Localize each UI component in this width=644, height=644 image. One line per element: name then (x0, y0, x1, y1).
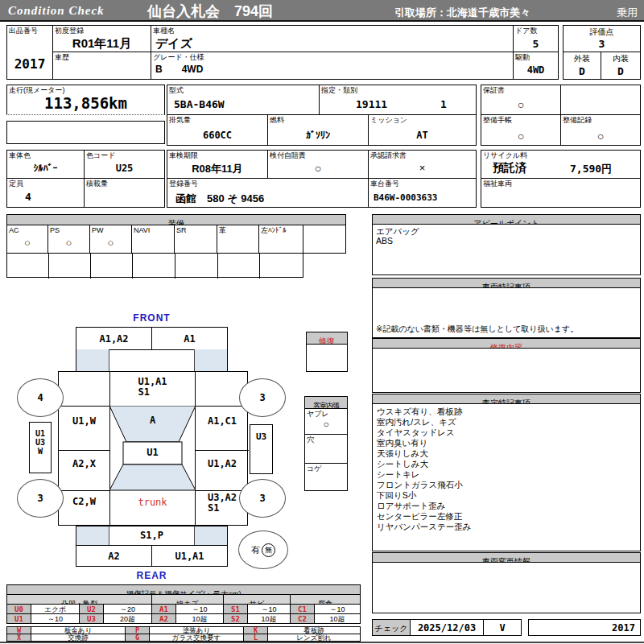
damage-code: A1 (152, 334, 227, 345)
legend-code-text: L (254, 634, 258, 642)
inspection-value: R08年11月 (167, 162, 267, 176)
equipment-label: 左ﾊﾝﾄﾞﾙ (259, 225, 303, 235)
damage-code: C2,W (72, 496, 96, 507)
plate-label: 登録番号 (167, 179, 368, 188)
odometer-extra-cell (6, 121, 165, 144)
legend-size: 10超 (314, 613, 361, 624)
bottom-rule (0, 642, 644, 643)
legend-code-text: S1 (231, 605, 240, 613)
welfare-label: 福祉車両 (481, 179, 640, 188)
score-label: 評価点 (564, 26, 640, 38)
diagram-front-label: FRONT (109, 312, 195, 324)
assessment-line: シートしみ大 (377, 459, 636, 469)
service-record-cell: 整備記録 ○ (560, 114, 641, 146)
damage-code: U1,A1 (152, 551, 227, 562)
tread-depth: 3 (259, 392, 265, 403)
damage-code: A2 (76, 551, 151, 562)
equipment-value: ○ (90, 237, 131, 249)
legend-size: ～10 (31, 613, 80, 624)
class-sub-number: 1 (440, 98, 447, 110)
transmission-value: AT (369, 130, 476, 141)
payload-label: 積載量 (85, 179, 164, 188)
equipment-label: NAVI (132, 225, 174, 235)
legend-size-text: 10超 (192, 615, 207, 623)
class-number: 19111 (356, 98, 387, 110)
fuel-cell: 燃料 ｶﾞｿﾘﾝ (267, 114, 369, 146)
approval-value: × (369, 162, 476, 174)
panel-right-fender: A1,C1 (196, 416, 249, 427)
lot-number-cell: 出品番号 2017 (6, 25, 53, 80)
assessment-body: ウスキズ有り、看板跡 室内汚れ/スレ、キズ タイヤスタッドレス 室内臭い有り 天… (372, 403, 641, 551)
cabin-value: ○ (305, 419, 347, 430)
equipment-label: 革 (217, 225, 258, 235)
grade-cell: グレード・仕様 B 4WD (151, 52, 514, 80)
equipment-cell-pw: PW ○ (89, 225, 132, 254)
recycle-status: 預託済 (493, 161, 526, 175)
legend-code-text: A1 (159, 605, 168, 613)
insurance-value: ○ (268, 162, 368, 175)
inspection-cell: 車検期限 R08年11月 (167, 150, 268, 179)
panel-windshield: U1,A1 S1 (109, 377, 196, 398)
assessment-line: ロアサポート歪み (377, 501, 636, 511)
panel-rear-bumper-right: U1,A1 (151, 545, 228, 567)
service-book-cell: 整備手帳 ○ (481, 114, 561, 146)
cabin-label: コゲ (305, 464, 347, 473)
check-sign: V (484, 622, 521, 634)
legend-size-text: 20超 (120, 615, 135, 623)
damage-code: A1,C1 (208, 415, 237, 427)
recycle-fee-cell: リサイクル料 預託済 7,590円 (481, 150, 641, 179)
panel-left-door: A2,X (59, 459, 109, 469)
cowl-left (76, 349, 109, 371)
equipment-cell-navi: NAVI (131, 225, 175, 254)
color-code-value: U25 (85, 163, 164, 174)
repair-box-header: 修復 (306, 332, 348, 345)
title-bar: Condition Check 仙台入札会 794回 引取場所：北海道千歳市美々… (0, 0, 644, 22)
warranty-cell: 保証書 ○ (481, 85, 561, 115)
car-body: U1,A1 S1 A U1 trunk U1,W A2,X C2,W A1,C1… (58, 371, 248, 526)
damage-code: A2,X (72, 458, 96, 469)
inspection-label: 車検期限 (167, 151, 267, 160)
legend-code-text: S2 (231, 615, 240, 623)
legend-mark-text: ガラス交換要す (172, 634, 221, 642)
equipment-cell-ps: PS ○ (47, 225, 90, 254)
legend-size: 10超 (247, 613, 291, 624)
equipment-cell-extra (303, 225, 346, 254)
legend-size-text: ～10 (261, 605, 276, 613)
spare-presence-ellipse: 有 無 (238, 530, 288, 569)
exterior-grade-cell: 外装 D (563, 52, 601, 80)
cabin-header: 客室内張 (304, 396, 348, 409)
tread-depth: 4 (37, 392, 43, 403)
damage-code: S1 (208, 503, 237, 514)
interior-grade-label: 内装 (601, 52, 640, 64)
score-value: 3 (564, 38, 640, 50)
seats-cell: 定員 4 (6, 178, 85, 208)
welfare-cell: 福祉車両 (481, 178, 641, 208)
legend-size: 20超 (103, 613, 152, 624)
legend-code: S2 (223, 613, 248, 624)
pickup-location: 引取場所：北海道千歳市美々 (394, 6, 530, 20)
wheel-front-right: 3 (239, 378, 286, 417)
equipment-label: AC (7, 225, 47, 235)
approval-cell: 承認請求書 × (368, 150, 477, 179)
check-lot-number: 2017 (612, 622, 635, 634)
assessment-line: 下回りS小 (377, 490, 636, 501)
panel-right-door: U1,A2 (196, 459, 249, 469)
equipment-label: PW (90, 225, 131, 235)
legend-mark-label: 交換跡 (31, 634, 126, 642)
legend-code-text: U0 (14, 605, 23, 613)
cowl-right (194, 349, 227, 371)
seats-value: 4 (25, 191, 31, 203)
seats-label: 定員 (7, 179, 84, 188)
warranty-value: ○ (481, 98, 560, 111)
legend-code-text: G (135, 634, 139, 642)
wheel-front-left: 4 (17, 378, 64, 417)
legend-size-text: ～10 (329, 605, 345, 613)
legend-code: U1 (6, 613, 31, 624)
payload-cell: 積載量 (84, 178, 165, 208)
tread-depth: 3 (259, 493, 265, 504)
brand-logo: Condition Check (8, 4, 105, 18)
check-date: 2025/12/03 (411, 622, 483, 634)
lot-number-value: 2017 (7, 56, 52, 72)
assessment-line: タイヤスタッドレス (377, 427, 636, 438)
model-code-value: 5BA-B46W (174, 98, 225, 110)
